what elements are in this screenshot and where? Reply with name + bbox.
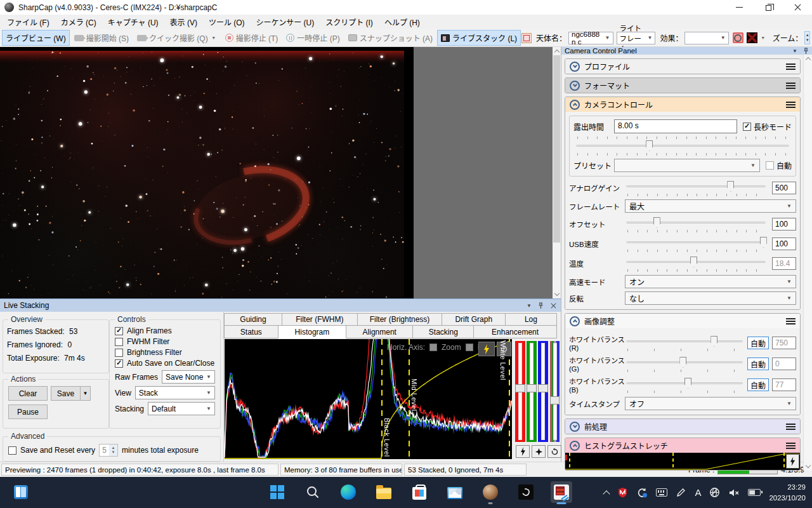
taskbar-widgets-button[interactable] bbox=[13, 484, 29, 500]
effects-combo[interactable]: ▼ bbox=[684, 32, 728, 44]
hamburger-icon[interactable] bbox=[786, 66, 796, 67]
green-level-handle[interactable] bbox=[527, 384, 537, 392]
preset-auto-checkbox[interactable] bbox=[766, 161, 774, 170]
pin-icon[interactable] bbox=[538, 302, 544, 309]
section-profile-header[interactable]: プロファイル bbox=[565, 59, 800, 74]
panel-menu-icon[interactable]: ▼ bbox=[527, 303, 532, 309]
flip-combo[interactable]: なし▼ bbox=[625, 291, 796, 305]
stop-capture-button[interactable]: 撮影停止 (T) bbox=[221, 30, 282, 46]
tab-filter-fwhm-[interactable]: Filter (FWHM) bbox=[282, 313, 358, 326]
wb-g-thumb[interactable] bbox=[679, 357, 686, 368]
section-camera-controls-header[interactable]: カメラコントロール bbox=[565, 97, 800, 112]
blue-level-handle[interactable] bbox=[538, 384, 548, 392]
minutes-spinner[interactable]: 5 ▲▼ bbox=[99, 444, 118, 457]
spinner-arrows-icon[interactable]: ▲▼ bbox=[109, 444, 117, 456]
scrollbar-thumb[interactable] bbox=[553, 55, 560, 243]
quick-capture-button[interactable]: クイック撮影 (Q)▾ bbox=[133, 30, 221, 46]
minimize-button[interactable] bbox=[724, 0, 754, 15]
analog-gain-thumb[interactable] bbox=[727, 181, 734, 192]
tab-status[interactable]: Status bbox=[224, 325, 278, 338]
checkbox-brightness-filter[interactable] bbox=[115, 349, 123, 357]
timestamp-combo[interactable]: オフ▼ bbox=[625, 397, 796, 410]
start-button[interactable] bbox=[266, 481, 288, 503]
zoom-checkbox[interactable] bbox=[429, 344, 437, 351]
scroll-up-icon[interactable] bbox=[553, 47, 561, 55]
pause-stack-button[interactable]: Pause bbox=[8, 404, 48, 419]
phd2-app-button[interactable] bbox=[515, 481, 537, 503]
stretch-histogram[interactable] bbox=[565, 453, 800, 470]
save-dropdown-button[interactable]: ▼ bbox=[80, 386, 91, 401]
checkbox-auto-save-on-clear-close[interactable] bbox=[115, 359, 123, 368]
red-level-handle[interactable] bbox=[515, 384, 525, 392]
auto-stretch-button[interactable] bbox=[478, 342, 495, 356]
menu-item-6[interactable]: スクリプト (I) bbox=[320, 15, 379, 29]
analog-gain-value[interactable]: 500 bbox=[772, 182, 796, 194]
selection-area-button[interactable] bbox=[733, 32, 743, 43]
mail-button[interactable] bbox=[444, 481, 466, 503]
section-format-header[interactable]: フォーマット bbox=[565, 78, 800, 93]
raw-frames-combo[interactable]: Save None▼ bbox=[162, 370, 215, 384]
hamburger-icon[interactable] bbox=[786, 321, 796, 322]
stacking-combo[interactable]: Default▼ bbox=[148, 402, 215, 415]
exposure-slider-thumb[interactable] bbox=[646, 140, 653, 151]
wb-r-auto-button[interactable]: 自動 bbox=[747, 337, 769, 349]
view-combo[interactable]: Stack▼ bbox=[135, 386, 215, 399]
wb-b-thumb[interactable] bbox=[684, 378, 691, 389]
wb-b-slider[interactable] bbox=[625, 377, 744, 393]
tab-histogram[interactable]: Histogram bbox=[278, 325, 346, 338]
antivirus-shield-icon[interactable] bbox=[617, 487, 628, 498]
close-button[interactable] bbox=[783, 0, 812, 15]
panel-scrollbar[interactable] bbox=[803, 55, 812, 471]
menu-item-7[interactable]: ヘルプ (H) bbox=[379, 15, 426, 29]
tab-stacking[interactable]: Stacking bbox=[412, 325, 474, 338]
stretch-auto-button[interactable] bbox=[786, 454, 799, 469]
temperature-thumb[interactable] bbox=[690, 257, 697, 267]
network-globe-icon[interactable] bbox=[709, 487, 720, 498]
dark-frame-button[interactable] bbox=[747, 32, 757, 43]
section-histogram-stretch-header[interactable]: ヒストグラムストレッチ bbox=[565, 438, 800, 453]
stretch-bolt-button[interactable] bbox=[516, 445, 530, 458]
hamburger-icon[interactable] bbox=[786, 104, 796, 105]
scroll-down-icon[interactable] bbox=[804, 462, 812, 471]
start-capture-button[interactable]: 撮影開始 (S) bbox=[70, 30, 133, 46]
green-level-bar[interactable] bbox=[527, 341, 537, 442]
live-image-starfield[interactable] bbox=[0, 47, 414, 298]
exposure-slider[interactable] bbox=[575, 137, 790, 156]
black-level-line[interactable] bbox=[381, 339, 383, 459]
file-explorer-button[interactable] bbox=[373, 481, 395, 503]
pin-icon[interactable] bbox=[803, 48, 809, 55]
tab-alignment[interactable]: Alignment bbox=[346, 325, 413, 338]
menu-item-2[interactable]: キャプチャ (U) bbox=[102, 15, 164, 29]
stretch-reset-button[interactable] bbox=[547, 445, 561, 458]
tab-enhancement[interactable]: Enhancement bbox=[473, 325, 557, 338]
menu-item-3[interactable]: 表示 (V) bbox=[164, 15, 203, 29]
section-preprocessing-header[interactable]: 前処理 bbox=[565, 419, 800, 434]
sharpcap-taskbar-button[interactable] bbox=[551, 481, 572, 503]
chevron-down-icon[interactable]: ▾ bbox=[762, 35, 764, 41]
menu-item-0[interactable]: ファイル (F) bbox=[1, 15, 55, 29]
sync-icon[interactable] bbox=[636, 487, 648, 498]
wb-r-slider[interactable] bbox=[625, 335, 744, 351]
hamburger-icon[interactable] bbox=[786, 445, 796, 446]
analog-gain-slider[interactable] bbox=[625, 180, 767, 196]
save-reset-checkbox[interactable] bbox=[8, 446, 16, 455]
usb-speed-thumb[interactable] bbox=[760, 237, 767, 248]
hamburger-icon[interactable] bbox=[786, 85, 796, 86]
taskbar-clock[interactable]: 23:29 2023/10/20 bbox=[769, 482, 806, 503]
usb-speed-value[interactable]: 100 bbox=[772, 237, 796, 250]
all-level-handle[interactable] bbox=[550, 396, 560, 404]
volume-muted-icon[interactable] bbox=[728, 488, 740, 498]
battery-icon[interactable] bbox=[748, 489, 761, 496]
microsoft-store-button[interactable] bbox=[409, 481, 430, 503]
frame-type-combo[interactable]: ライトフレーム▼ bbox=[617, 32, 656, 44]
scroll-up-icon[interactable] bbox=[804, 55, 812, 63]
scroll-down-icon[interactable] bbox=[553, 290, 561, 298]
red-level-bar[interactable] bbox=[515, 341, 525, 442]
frame-rate-combo[interactable]: 最大▼ bbox=[625, 199, 796, 213]
clear-button[interactable]: Clear bbox=[8, 386, 48, 401]
mid-level-line[interactable] bbox=[409, 339, 410, 459]
snapshot-button[interactable]: スナップショット (A) bbox=[344, 30, 436, 46]
tray-overflow-icon[interactable] bbox=[603, 490, 610, 497]
offset-slider[interactable] bbox=[625, 216, 767, 232]
all-level-bar[interactable] bbox=[550, 341, 560, 442]
